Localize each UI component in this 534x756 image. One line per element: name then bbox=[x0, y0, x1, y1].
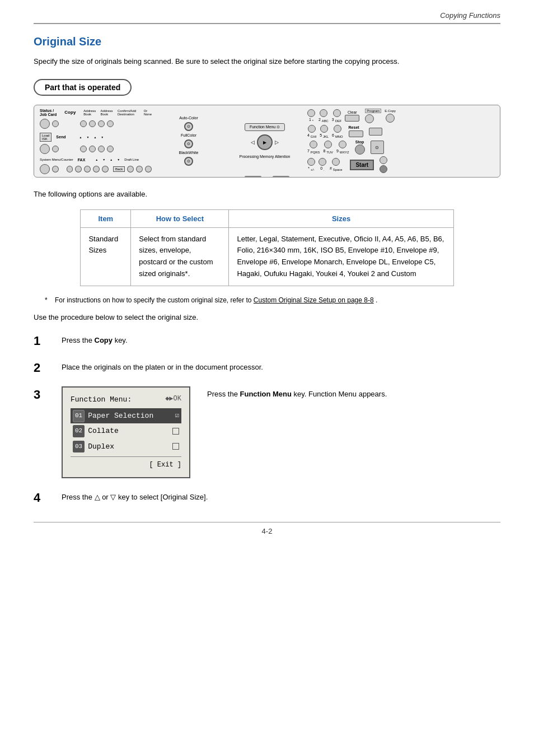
step-3-number: 3 bbox=[34, 386, 50, 402]
table-intro: The following options are available. bbox=[34, 189, 500, 200]
panel-left-section: Status / Job Card Copy Address Book Addr… bbox=[40, 109, 152, 174]
section-title: Original Size bbox=[34, 35, 500, 48]
menu-item-01-num: 01 bbox=[73, 410, 85, 422]
page-container: Copying Functions Original Size Specify … bbox=[0, 0, 534, 756]
table-cell-how-to-select: Select from standard sizes, envelope, po… bbox=[131, 227, 229, 286]
page-number: 4-2 bbox=[262, 527, 273, 535]
panel-function-menu-area: Function Menu ⊙ ◁ ▶ ▷ Processing Memory … bbox=[226, 109, 304, 174]
menu-item-03-check bbox=[172, 443, 179, 450]
menu-item-02: 02 Collate bbox=[71, 423, 181, 438]
panel-middle-section: Auto-Color ⊙ FullColor ⊙ BlackWhite ⊙ bbox=[155, 109, 222, 174]
menu-item-03-num: 03 bbox=[73, 441, 85, 453]
step-4: 4 Press the △ or ▽ key to select [Origin… bbox=[34, 489, 500, 505]
step-3: 3 Function Menu: ◆▶OK 01 Paper Selection… bbox=[34, 386, 500, 478]
control-panel-illustration: Status / Job Card Copy Address Book Addr… bbox=[34, 105, 500, 178]
intro-text: Specify the size of originals being scan… bbox=[34, 56, 500, 68]
menu-item-03: 03 Duplex bbox=[71, 439, 181, 454]
table-header-item: Item bbox=[81, 209, 131, 227]
step-4-text: Press the △ or ▽ key to select [Original… bbox=[62, 493, 208, 501]
page-header: Copying Functions bbox=[34, 11, 500, 24]
step-3-content: Press the Function Menu key. Function Me… bbox=[207, 386, 500, 400]
menu-item-01-check: ☑ bbox=[175, 410, 179, 422]
menu-item-02-label: Collate bbox=[88, 424, 119, 437]
function-menu-header-label: Function Menu: bbox=[71, 393, 132, 406]
step-1-content: Press the Copy key. bbox=[62, 333, 500, 347]
menu-item-02-num: 02 bbox=[73, 425, 85, 437]
table-row: Standard Sizes Select from standard size… bbox=[81, 227, 453, 286]
menu-item-02-check bbox=[172, 428, 179, 435]
table-header-how-to-select: How to Select bbox=[131, 209, 229, 227]
function-menu-ok-indicator: ◆▶OK bbox=[165, 393, 181, 406]
step-1-number: 1 bbox=[34, 333, 50, 348]
footnote-end: . bbox=[376, 296, 377, 304]
step-1-text: Press the Copy key. bbox=[62, 336, 128, 344]
step-4-number: 4 bbox=[34, 489, 50, 505]
table-cell-sizes: Letter, Legal, Statement, Executive, Ofi… bbox=[229, 227, 453, 286]
panel-right-section: 1 * 2 ABC 3 DEF Clear Program bbox=[307, 109, 494, 174]
step-2-content: Place the originals on the platen or in … bbox=[62, 360, 500, 374]
function-menu-display: Function Menu: ◆▶OK 01 Paper Selection ☑… bbox=[62, 386, 190, 478]
options-table: Item How to Select Sizes Standard Sizes … bbox=[80, 209, 453, 286]
procedure-intro: Use the procedure below to select the or… bbox=[34, 312, 500, 324]
header-title: Copying Functions bbox=[440, 11, 500, 20]
step-2-text: Place the originals on the platen or in … bbox=[62, 363, 263, 371]
menu-exit: [ Exit ] bbox=[71, 456, 181, 472]
table-cell-item: Standard Sizes bbox=[81, 227, 131, 286]
part-operated-label: Part that is operated bbox=[34, 79, 132, 96]
steps-container: 1 Press the Copy key. 2 Place the origin… bbox=[34, 333, 500, 505]
footnote-marker: * bbox=[45, 296, 48, 304]
table-header-sizes: Sizes bbox=[229, 209, 453, 227]
step-2: 2 Place the originals on the platen or i… bbox=[34, 360, 500, 375]
menu-item-01: 01 Paper Selection ☑ bbox=[71, 408, 181, 423]
menu-item-03-label: Duplex bbox=[88, 440, 114, 453]
menu-item-01-label: Paper Selection bbox=[88, 409, 153, 422]
footnote-text: For instructions on how to specify the c… bbox=[55, 296, 254, 304]
step-4-content: Press the △ or ▽ key to select [Original… bbox=[62, 489, 500, 503]
step-3-text: Press the Function Menu key. Function Me… bbox=[207, 390, 387, 398]
footnote-link: Custom Original Size Setup on page 8-8 bbox=[254, 296, 374, 304]
page-footer: 4-2 bbox=[34, 522, 500, 535]
footnote: * For instructions on how to specify the… bbox=[34, 295, 500, 305]
step-1: 1 Press the Copy key. bbox=[34, 333, 500, 348]
step-2-number: 2 bbox=[34, 360, 50, 375]
